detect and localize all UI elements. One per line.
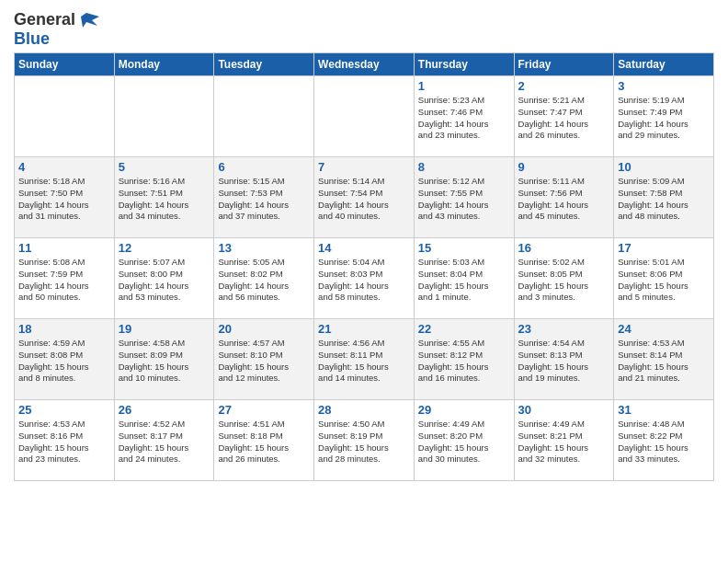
- day-info: Sunrise: 5:16 AM Sunset: 7:51 PM Dayligh…: [119, 176, 210, 223]
- day-cell: 8Sunrise: 5:12 AM Sunset: 7:55 PM Daylig…: [414, 157, 514, 238]
- day-number: 9: [518, 160, 610, 174]
- day-header-friday: Friday: [514, 53, 614, 76]
- day-cell: [214, 76, 314, 157]
- day-cell: 9Sunrise: 5:11 AM Sunset: 7:56 PM Daylig…: [514, 157, 614, 238]
- day-header-wednesday: Wednesday: [314, 53, 415, 76]
- day-info: Sunrise: 5:03 AM Sunset: 8:04 PM Dayligh…: [418, 257, 510, 304]
- day-number: 10: [618, 160, 710, 174]
- day-info: Sunrise: 5:19 AM Sunset: 7:49 PM Dayligh…: [618, 95, 710, 142]
- day-info: Sunrise: 4:58 AM Sunset: 8:09 PM Dayligh…: [119, 338, 210, 385]
- day-info: Sunrise: 5:01 AM Sunset: 8:06 PM Dayligh…: [618, 257, 710, 304]
- day-info: Sunrise: 4:50 AM Sunset: 8:19 PM Dayligh…: [318, 419, 410, 465]
- day-number: 18: [18, 322, 110, 336]
- day-number: 5: [119, 160, 210, 174]
- day-cell: [114, 76, 214, 157]
- day-header-monday: Monday: [114, 53, 214, 76]
- day-cell: 13Sunrise: 5:05 AM Sunset: 8:02 PM Dayli…: [214, 238, 314, 319]
- day-info: Sunrise: 5:12 AM Sunset: 7:55 PM Dayligh…: [418, 176, 510, 223]
- day-number: 24: [618, 322, 710, 336]
- day-cell: [15, 76, 115, 157]
- day-cell: 23Sunrise: 4:54 AM Sunset: 8:13 PM Dayli…: [514, 319, 614, 400]
- day-info: Sunrise: 4:55 AM Sunset: 8:12 PM Dayligh…: [418, 338, 510, 385]
- day-number: 26: [119, 403, 210, 417]
- header-row: SundayMondayTuesdayWednesdayThursdayFrid…: [15, 53, 714, 76]
- day-info: Sunrise: 4:54 AM Sunset: 8:13 PM Dayligh…: [518, 338, 610, 385]
- day-number: 16: [518, 241, 610, 255]
- day-cell: 16Sunrise: 5:02 AM Sunset: 8:05 PM Dayli…: [514, 238, 614, 319]
- day-number: 15: [418, 241, 510, 255]
- day-header-thursday: Thursday: [414, 53, 514, 76]
- day-cell: 27Sunrise: 4:51 AM Sunset: 8:18 PM Dayli…: [214, 400, 314, 481]
- day-number: 17: [618, 241, 710, 255]
- day-cell: 29Sunrise: 4:49 AM Sunset: 8:20 PM Dayli…: [414, 400, 514, 481]
- day-cell: 20Sunrise: 4:57 AM Sunset: 8:10 PM Dayli…: [214, 319, 314, 400]
- day-number: 1: [418, 79, 510, 93]
- day-header-tuesday: Tuesday: [214, 53, 314, 76]
- day-info: Sunrise: 5:08 AM Sunset: 7:59 PM Dayligh…: [18, 257, 110, 304]
- day-header-sunday: Sunday: [15, 53, 115, 76]
- day-cell: 30Sunrise: 4:49 AM Sunset: 8:21 PM Dayli…: [514, 400, 614, 481]
- header: General Blue: [14, 9, 714, 49]
- day-cell: 15Sunrise: 5:03 AM Sunset: 8:04 PM Dayli…: [414, 238, 514, 319]
- day-number: 31: [618, 403, 710, 417]
- day-cell: 26Sunrise: 4:52 AM Sunset: 8:17 PM Dayli…: [114, 400, 214, 481]
- day-cell: 5Sunrise: 5:16 AM Sunset: 7:51 PM Daylig…: [114, 157, 214, 238]
- svg-marker-0: [81, 13, 99, 28]
- day-cell: 24Sunrise: 4:53 AM Sunset: 8:14 PM Dayli…: [614, 319, 714, 400]
- day-number: 2: [518, 79, 610, 93]
- day-cell: 18Sunrise: 4:59 AM Sunset: 8:08 PM Dayli…: [15, 319, 115, 400]
- day-cell: 21Sunrise: 4:56 AM Sunset: 8:11 PM Dayli…: [314, 319, 415, 400]
- day-number: 20: [218, 322, 310, 336]
- day-info: Sunrise: 5:09 AM Sunset: 7:58 PM Dayligh…: [618, 176, 710, 223]
- day-number: 4: [18, 160, 110, 174]
- day-number: 6: [218, 160, 310, 174]
- day-cell: 11Sunrise: 5:08 AM Sunset: 7:59 PM Dayli…: [15, 238, 115, 319]
- day-header-saturday: Saturday: [614, 53, 714, 76]
- day-info: Sunrise: 4:49 AM Sunset: 8:21 PM Dayligh…: [518, 419, 610, 465]
- day-number: 11: [18, 241, 110, 255]
- day-cell: 1Sunrise: 5:23 AM Sunset: 7:46 PM Daylig…: [414, 76, 514, 157]
- day-number: 25: [18, 403, 110, 417]
- day-info: Sunrise: 4:52 AM Sunset: 8:17 PM Dayligh…: [119, 419, 210, 465]
- day-number: 22: [418, 322, 510, 336]
- day-info: Sunrise: 5:11 AM Sunset: 7:56 PM Dayligh…: [518, 176, 610, 223]
- day-cell: 14Sunrise: 5:04 AM Sunset: 8:03 PM Dayli…: [314, 238, 415, 319]
- day-info: Sunrise: 5:15 AM Sunset: 7:53 PM Dayligh…: [218, 176, 310, 223]
- day-number: 19: [119, 322, 210, 336]
- day-info: Sunrise: 5:02 AM Sunset: 8:05 PM Dayligh…: [518, 257, 610, 304]
- day-cell: 22Sunrise: 4:55 AM Sunset: 8:12 PM Dayli…: [414, 319, 514, 400]
- day-cell: 7Sunrise: 5:14 AM Sunset: 7:54 PM Daylig…: [314, 157, 415, 238]
- day-cell: 28Sunrise: 4:50 AM Sunset: 8:19 PM Dayli…: [314, 400, 415, 481]
- day-info: Sunrise: 5:05 AM Sunset: 8:02 PM Dayligh…: [218, 257, 310, 304]
- day-number: 7: [318, 160, 410, 174]
- day-number: 13: [218, 241, 310, 255]
- day-info: Sunrise: 4:48 AM Sunset: 8:22 PM Dayligh…: [618, 419, 710, 465]
- day-number: 21: [318, 322, 410, 336]
- day-info: Sunrise: 4:59 AM Sunset: 8:08 PM Dayligh…: [18, 338, 110, 385]
- day-number: 30: [518, 403, 610, 417]
- day-info: Sunrise: 4:57 AM Sunset: 8:10 PM Dayligh…: [218, 338, 310, 385]
- day-info: Sunrise: 5:07 AM Sunset: 8:00 PM Dayligh…: [119, 257, 210, 304]
- day-info: Sunrise: 5:18 AM Sunset: 7:50 PM Dayligh…: [18, 176, 110, 223]
- day-info: Sunrise: 4:51 AM Sunset: 8:18 PM Dayligh…: [218, 419, 310, 465]
- day-info: Sunrise: 5:14 AM Sunset: 7:54 PM Dayligh…: [318, 176, 410, 223]
- week-row-5: 25Sunrise: 4:53 AM Sunset: 8:16 PM Dayli…: [15, 400, 714, 481]
- day-cell: 2Sunrise: 5:21 AM Sunset: 7:47 PM Daylig…: [514, 76, 614, 157]
- logo-general: General: [14, 10, 75, 29]
- day-cell: 19Sunrise: 4:58 AM Sunset: 8:09 PM Dayli…: [114, 319, 214, 400]
- day-cell: 6Sunrise: 5:15 AM Sunset: 7:53 PM Daylig…: [214, 157, 314, 238]
- day-number: 14: [318, 241, 410, 255]
- day-info: Sunrise: 5:21 AM Sunset: 7:47 PM Dayligh…: [518, 95, 610, 142]
- logo: General Blue: [14, 9, 99, 49]
- day-info: Sunrise: 4:56 AM Sunset: 8:11 PM Dayligh…: [318, 338, 410, 385]
- day-info: Sunrise: 4:49 AM Sunset: 8:20 PM Dayligh…: [418, 419, 510, 465]
- day-cell: 12Sunrise: 5:07 AM Sunset: 8:00 PM Dayli…: [114, 238, 214, 319]
- day-cell: 25Sunrise: 4:53 AM Sunset: 8:16 PM Dayli…: [15, 400, 115, 481]
- day-number: 28: [318, 403, 410, 417]
- week-row-4: 18Sunrise: 4:59 AM Sunset: 8:08 PM Dayli…: [15, 319, 714, 400]
- day-cell: 3Sunrise: 5:19 AM Sunset: 7:49 PM Daylig…: [614, 76, 714, 157]
- day-number: 23: [518, 322, 610, 336]
- week-row-2: 4Sunrise: 5:18 AM Sunset: 7:50 PM Daylig…: [15, 157, 714, 238]
- day-number: 27: [218, 403, 310, 417]
- day-number: 3: [618, 79, 710, 93]
